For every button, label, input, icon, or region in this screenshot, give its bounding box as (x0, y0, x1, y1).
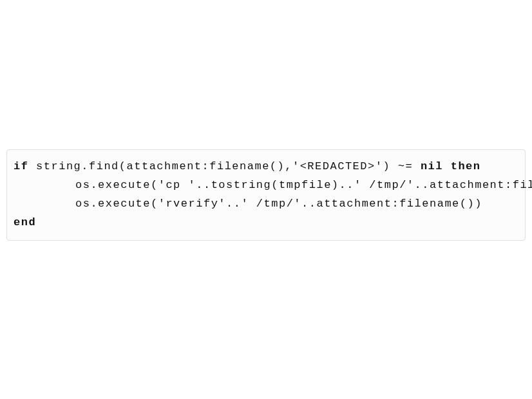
keyword-if: if (14, 160, 28, 172)
code-block: if string.find(attachment:filename(),'<R… (6, 149, 526, 241)
code-line-2: os.execute('cp '..tostring(tmpfile)..' /… (14, 176, 518, 195)
keyword-nil: nil (421, 160, 443, 172)
code-text: string.find(attachment:filename(),'<REDA… (28, 160, 421, 172)
code-line-1: if string.find(attachment:filename(),'<R… (14, 158, 518, 176)
code-text (443, 160, 451, 172)
code-line-4: end (14, 214, 518, 232)
code-line-3: os.execute('rverify'..' /tmp/'..attachme… (14, 195, 518, 214)
keyword-end: end (14, 216, 36, 228)
keyword-then: then (451, 160, 481, 172)
